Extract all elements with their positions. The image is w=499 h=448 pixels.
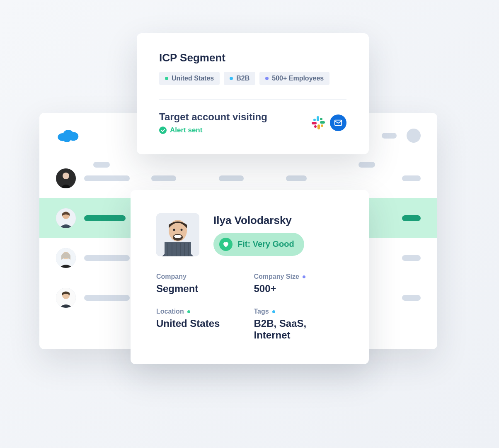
dot-icon	[165, 77, 168, 80]
field-value: Segment	[156, 283, 246, 295]
segment-tag-size[interactable]: 500+ Employees	[259, 72, 329, 85]
svg-point-19	[314, 125, 317, 128]
svg-point-13	[313, 119, 316, 121]
slack-icon[interactable]	[311, 115, 326, 130]
svg-point-26	[173, 229, 175, 231]
field-label-text: Tags	[254, 308, 269, 315]
header-avatar-placeholder	[407, 129, 421, 143]
avatar	[56, 208, 76, 228]
svg-rect-12	[317, 116, 319, 121]
svg-point-15	[320, 118, 322, 120]
svg-point-17	[321, 124, 323, 127]
alert-sent-status: Alert sent	[159, 126, 311, 134]
segment-tag-b2b[interactable]: B2B	[224, 72, 255, 85]
avatar	[56, 248, 76, 268]
divider	[159, 99, 346, 100]
salesforce-icon	[56, 127, 79, 144]
svg-point-3	[63, 135, 71, 142]
segment-tag-location[interactable]: United States	[159, 72, 220, 85]
profile-photo	[156, 213, 199, 256]
alert-text: Alert sent	[170, 126, 202, 134]
check-circle-icon	[159, 127, 167, 134]
field-company-size: Company Size 500+	[254, 273, 344, 295]
field-label-text: Location	[156, 308, 184, 315]
heart-icon	[219, 238, 233, 251]
dot-icon	[187, 310, 190, 313]
target-account-heading: Target account visiting	[159, 111, 311, 123]
avatar	[56, 288, 76, 308]
field-company: Company Segment	[156, 273, 246, 295]
tag-label: United States	[172, 75, 214, 82]
svg-point-5	[63, 173, 69, 179]
field-tags: Tags B2B, SaaS, Internet	[254, 308, 344, 341]
field-label-text: Company Size	[254, 273, 299, 280]
field-value: 500+	[254, 283, 344, 295]
card-title: ICP Segment	[159, 51, 346, 64]
tag-label: B2B	[236, 75, 250, 82]
dot-icon	[272, 310, 275, 313]
profile-card: Ilya Volodarsky Fit: Very Good Company S…	[131, 190, 369, 364]
icp-segment-card: ICP Segment United States B2B 500+ Emplo…	[137, 33, 369, 154]
svg-rect-14	[320, 121, 325, 124]
tag-row: United States B2B 500+ Employees	[159, 72, 346, 85]
svg-rect-18	[312, 122, 317, 124]
fit-text: Fit: Very Good	[237, 239, 294, 249]
field-value: B2B, SaaS, Internet	[254, 318, 344, 341]
svg-point-25	[174, 235, 182, 238]
tag-label: 500+ Employees	[272, 75, 324, 82]
mail-icon[interactable]	[330, 114, 346, 131]
svg-rect-16	[317, 124, 320, 129]
dot-icon	[303, 275, 305, 278]
dot-icon	[230, 77, 233, 80]
svg-point-27	[181, 229, 183, 231]
avatar	[56, 168, 76, 188]
fit-badge: Fit: Very Good	[213, 233, 304, 256]
field-label-text: Company	[156, 273, 187, 280]
dot-icon	[265, 77, 269, 80]
profile-name: Ilya Volodarsky	[213, 214, 304, 227]
field-location: Location United States	[156, 308, 246, 341]
field-value: United States	[156, 318, 246, 329]
